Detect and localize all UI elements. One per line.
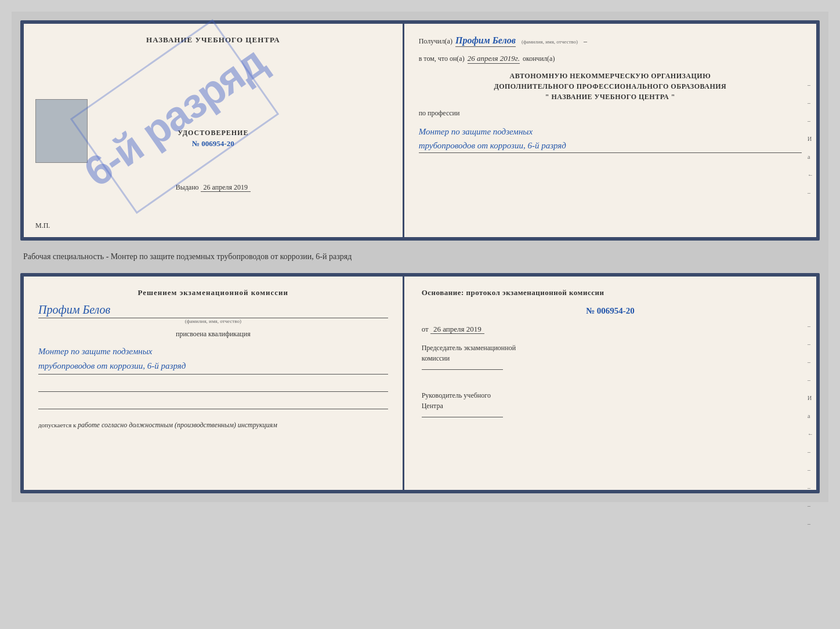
r-mark12: –	[808, 521, 813, 527]
допускается-text: допускается к работе согласно должностны…	[38, 421, 388, 430]
director-label: Руководитель учебного Центра	[422, 390, 799, 411]
decision-text: Решением экзаменационной комиссии	[38, 288, 388, 297]
recipient-hint: (фамилия, имя, отчество)	[522, 39, 578, 45]
r-mark10: –	[808, 485, 813, 491]
top-left-title: НАЗВАНИЕ УЧЕБНОГО ЦЕНТРА	[146, 35, 280, 45]
page-wrapper: НАЗВАНИЕ УЧЕБНОГО ЦЕНТРА 6-й разряд УДОС…	[12, 12, 828, 502]
director-signature-line	[422, 417, 503, 417]
profession-label: по профессии	[419, 109, 802, 118]
between-text: Рабочая специальность - Монтер по защите…	[20, 246, 820, 267]
chairman-line1: Председатель экзаменационной	[422, 343, 799, 353]
stamp-container: 6-й разряд	[82, 53, 267, 180]
qualification-line2: трубопроводов от коррозии, 6-й разряд	[38, 359, 388, 374]
protocol-date: от 26 апреля 2019	[422, 325, 799, 334]
basis-text: Основание: протокол экзаменационной коми…	[422, 288, 799, 297]
r-mark5: И	[808, 395, 813, 401]
top-document: НАЗВАНИЕ УЧЕБНОГО ЦЕНТРА 6-й разряд УДОС…	[20, 20, 820, 241]
issued-date: 26 апреля 2019	[201, 183, 251, 192]
recipient-name: Профим Белов	[455, 35, 516, 47]
blank-line-1	[38, 380, 388, 392]
bottom-person-container: Профим Белов (фамилия, имя, отчество)	[38, 303, 388, 324]
chairman-label: Председатель экзаменационной комиссии	[422, 343, 799, 363]
recipient-line: Получил(а) Профим Белов (фамилия, имя, о…	[419, 35, 802, 47]
top-doc-left: НАЗВАНИЕ УЧЕБНОГО ЦЕНТРА 6-й разряд УДОС…	[24, 24, 404, 237]
r-mark4: –	[808, 377, 813, 383]
mark7: –	[808, 190, 813, 196]
stamp-diagonal-text: 6-й разряд	[77, 39, 272, 193]
recipient-prefix: Получил(а)	[419, 37, 452, 46]
org-line2: ДОПОЛНИТЕЛЬНОГО ПРОФЕССИОНАЛЬНОГО ОБРАЗО…	[419, 81, 802, 92]
protocol-date-value: 26 апреля 2019	[430, 325, 484, 334]
qualification-line1: Монтер по защите подземных	[38, 344, 388, 359]
mark6: ←	[808, 172, 813, 178]
mark2: –	[808, 100, 813, 106]
r-mark2: –	[808, 341, 813, 347]
chairman-section: Председатель экзаменационной комиссии	[422, 343, 799, 370]
dash-separator: –	[584, 37, 587, 46]
qualification-handwritten: Монтер по защите подземных трубопроводов…	[38, 344, 388, 375]
bottom-document: Решением экзаменационной комиссии Профим…	[20, 273, 820, 493]
r-mark9: –	[808, 467, 813, 473]
mark3: –	[808, 118, 813, 124]
r-mark8: –	[808, 449, 813, 455]
certificate-number: № 006954-20	[178, 139, 248, 148]
profession-line1: Монтер по защите подземных	[419, 125, 802, 139]
director-line1: Руководитель учебного	[422, 390, 799, 401]
certificate-title: УДОСТОВЕРЕНИЕ	[178, 129, 248, 137]
org-text: АВТОНОМНУЮ НЕКОММЕРЧЕСКУЮ ОРГАНИЗАЦИЮ ДО…	[419, 71, 802, 102]
between-content: Рабочая специальность - Монтер по защите…	[23, 252, 352, 261]
bottom-doc-left: Решением экзаменационной комиссии Профим…	[24, 277, 404, 490]
допускается-prefix: допускается к	[38, 421, 76, 428]
org-line1: АВТОНОМНУЮ НЕКОММЕРЧЕСКУЮ ОРГАНИЗАЦИЮ	[419, 71, 802, 81]
r-mark11: –	[808, 503, 813, 509]
profession-line2: трубопроводов от коррозии, 6-й разряд	[419, 139, 802, 152]
issued-label: Выдано	[176, 183, 199, 191]
protocol-number: № 006954-20	[422, 306, 799, 316]
bottom-person-hint: (фамилия, имя, отчество)	[38, 318, 388, 324]
date-line: в том, что он(а) 26 апреля 2019г. окончи…	[419, 54, 802, 64]
допускается-content: работе согласно должностным (производств…	[78, 421, 277, 429]
right-side-marks: – – – – И а ← – – – – –	[808, 323, 813, 527]
photo-placeholder	[35, 99, 88, 163]
r-mark7: ←	[808, 431, 813, 437]
issued-line: Выдано 26 апреля 2019	[176, 183, 251, 192]
r-mark1: –	[808, 323, 813, 329]
date-suffix: окончил(а)	[523, 54, 555, 63]
mark5: а	[808, 154, 813, 160]
date-prefix: в том, что он(а)	[419, 54, 465, 63]
blank-line-2	[38, 398, 388, 409]
r-mark3: –	[808, 359, 813, 365]
director-line2: Центра	[422, 401, 799, 411]
profession-handwritten: Монтер по защите подземных трубопроводов…	[419, 125, 802, 153]
bottom-person-name: Профим Белов	[38, 303, 388, 318]
r-mark6: а	[808, 413, 813, 419]
chairman-line2: комиссии	[422, 353, 799, 363]
protocol-date-prefix: от	[422, 325, 429, 333]
mp-label: М.П.	[35, 221, 50, 230]
date-value: 26 апреля 2019г.	[468, 54, 520, 64]
side-marks: – – – И а ← –	[808, 82, 813, 196]
org-line3: " НАЗВАНИЕ УЧЕБНОГО ЦЕНТРА "	[419, 92, 802, 102]
top-doc-right: Получил(а) Профим Белов (фамилия, имя, о…	[404, 24, 816, 237]
bottom-doc-right: Основание: протокол экзаменационной коми…	[404, 277, 816, 490]
qualification-label: присвоена квалификация	[38, 330, 388, 339]
director-section: Руководитель учебного Центра	[422, 390, 799, 417]
mark4: И	[808, 136, 813, 142]
chairman-signature-line	[422, 369, 503, 370]
mark1: –	[808, 82, 813, 88]
